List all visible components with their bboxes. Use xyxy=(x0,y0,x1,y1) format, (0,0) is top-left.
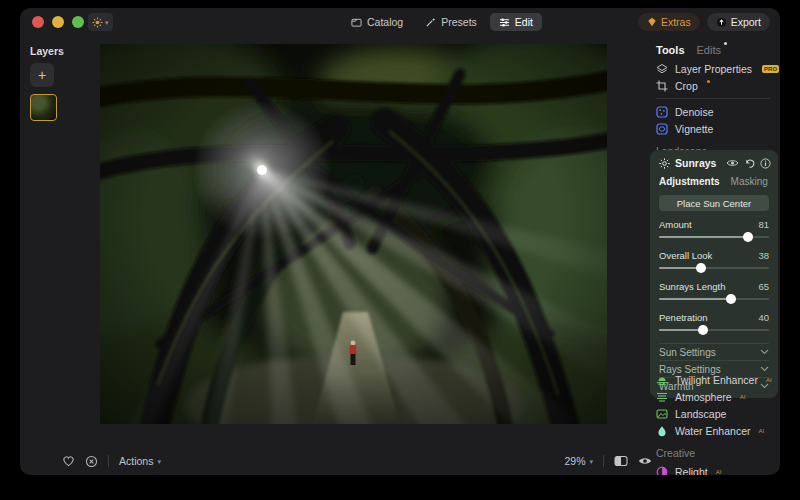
layers-panel-title: Layers xyxy=(30,45,64,57)
tools-panel: Tools Edits Layer Properties PRO Crop xyxy=(640,38,780,475)
tab-tools[interactable]: Tools xyxy=(656,44,685,56)
close-window-button[interactable] xyxy=(32,16,44,28)
edited-indicator-dot xyxy=(707,80,710,83)
tool-atmosphere[interactable]: Atmosphere AI xyxy=(640,388,780,405)
extras-label: Extras xyxy=(661,16,691,28)
tool-label: Layer Properties xyxy=(675,63,752,75)
tab-masking[interactable]: Masking xyxy=(731,176,768,187)
export-icon xyxy=(716,17,727,28)
slider-thumb[interactable] xyxy=(743,232,753,242)
slider-label: Overall Look xyxy=(659,250,712,261)
info-icon xyxy=(760,158,771,169)
slider-track[interactable] xyxy=(659,325,769,335)
ai-superscript: AI xyxy=(766,377,772,383)
tab-edit[interactable]: Edit xyxy=(490,13,542,31)
section-label: Sun Settings xyxy=(659,347,716,358)
tool-label: Water Enhancer xyxy=(675,425,750,437)
landscape-tools-list: Twilight Enhancer AI Atmosphere AI Lands… xyxy=(640,371,780,475)
slider-track[interactable] xyxy=(659,263,769,273)
landscape-icon xyxy=(656,408,668,420)
tab-catalog[interactable]: Catalog xyxy=(342,13,412,31)
tool-label: Landscape xyxy=(675,408,726,420)
assistant-menu-button[interactable]: ▾ xyxy=(88,13,113,31)
slider-overall-look: Overall Look 38 xyxy=(659,250,769,273)
slider-track[interactable] xyxy=(659,294,769,304)
extras-button[interactable]: Extras xyxy=(638,13,700,31)
undo-icon xyxy=(744,158,755,169)
tab-presets-label: Presets xyxy=(441,16,477,28)
sunrays-visibility-toggle[interactable] xyxy=(726,158,739,168)
chevron-down-icon: ▾ xyxy=(157,458,161,465)
compare-split-icon xyxy=(614,455,628,467)
sunrays-title: Sunrays xyxy=(675,157,716,169)
tool-label: Vignette xyxy=(675,123,713,135)
titlebar: ▾ Catalog Presets xyxy=(20,8,780,36)
chevron-down-icon: ▾ xyxy=(105,19,109,26)
layer-thumbnail-selected[interactable] xyxy=(30,94,57,121)
tool-label: Relight xyxy=(675,466,708,476)
favorite-button[interactable] xyxy=(62,455,75,467)
slider-sunrays-length: Sunrays Length 65 xyxy=(659,281,769,304)
panel-divider xyxy=(656,98,770,99)
footer-divider xyxy=(108,455,109,467)
sun-center-handle[interactable] xyxy=(257,165,267,175)
add-layer-button[interactable]: + xyxy=(30,63,54,87)
reject-circle-icon xyxy=(85,455,98,468)
minimize-window-button[interactable] xyxy=(52,16,64,28)
atmosphere-icon xyxy=(656,391,668,403)
panel-tabs: Tools Edits xyxy=(640,38,780,60)
tab-edits[interactable]: Edits xyxy=(697,44,721,56)
tool-label: Twilight Enhancer xyxy=(675,374,758,386)
export-button[interactable]: Export xyxy=(707,13,770,31)
chevron-down-icon xyxy=(760,349,769,355)
tool-water-enhancer[interactable]: Water Enhancer AI xyxy=(640,422,780,439)
relight-icon xyxy=(656,466,668,476)
sunrays-reset-button[interactable] xyxy=(744,158,755,169)
tool-relight[interactable]: Relight AI xyxy=(640,463,780,475)
slider-thumb[interactable] xyxy=(726,294,736,304)
slider-thumb[interactable] xyxy=(698,325,708,335)
slider-label: Sunrays Length xyxy=(659,281,726,292)
crop-icon xyxy=(656,80,668,92)
chevron-down-icon: ▾ xyxy=(589,458,593,465)
tool-vignette[interactable]: Vignette xyxy=(640,120,780,137)
layer-properties-icon xyxy=(656,63,668,75)
presets-wand-icon xyxy=(425,17,436,28)
zoom-level-dropdown[interactable]: 29% ▾ xyxy=(564,455,593,467)
ai-superscript: AI xyxy=(716,469,722,475)
sunrays-info-button[interactable] xyxy=(760,158,771,169)
footer-divider xyxy=(603,455,604,467)
tool-layer-properties[interactable]: Layer Properties PRO xyxy=(640,60,780,77)
zoom-window-button[interactable] xyxy=(72,16,84,28)
ai-superscript: AI xyxy=(758,428,764,434)
tool-twilight-enhancer[interactable]: Twilight Enhancer AI xyxy=(640,371,780,388)
slider-value: 40 xyxy=(758,312,769,323)
section-sun-settings[interactable]: Sun Settings xyxy=(659,343,769,360)
tab-presets[interactable]: Presets xyxy=(416,13,486,31)
compare-button[interactable] xyxy=(614,455,628,467)
tool-denoise[interactable]: Denoise xyxy=(640,103,780,120)
slider-label: Penetration xyxy=(659,312,708,323)
slider-value: 65 xyxy=(758,281,769,292)
place-sun-center-button[interactable]: Place Sun Center xyxy=(659,195,769,211)
photo-canvas[interactable] xyxy=(100,44,607,424)
vignette-icon xyxy=(656,123,668,135)
eye-icon xyxy=(726,158,739,168)
slider-thumb[interactable] xyxy=(696,263,706,273)
tool-label: Crop xyxy=(675,80,698,92)
tool-landscape[interactable]: Landscape xyxy=(640,405,780,422)
canvas-footer: Actions ▾ 29% ▾ xyxy=(62,451,652,471)
tab-adjustments[interactable]: Adjustments xyxy=(659,176,720,187)
section-creative-header: Creative xyxy=(640,439,780,463)
reject-button[interactable] xyxy=(85,455,98,468)
window-controls xyxy=(32,16,84,28)
edits-indicator-dot xyxy=(724,42,727,45)
sun-sparkle-icon xyxy=(92,17,103,28)
sunrays-icon xyxy=(659,158,670,169)
app-window: ▾ Catalog Presets xyxy=(20,8,780,475)
tool-crop[interactable]: Crop xyxy=(640,77,780,94)
slider-value: 81 xyxy=(758,219,769,230)
slider-value: 38 xyxy=(758,250,769,261)
slider-track[interactable] xyxy=(659,232,769,242)
actions-dropdown[interactable]: Actions ▾ xyxy=(119,455,161,467)
